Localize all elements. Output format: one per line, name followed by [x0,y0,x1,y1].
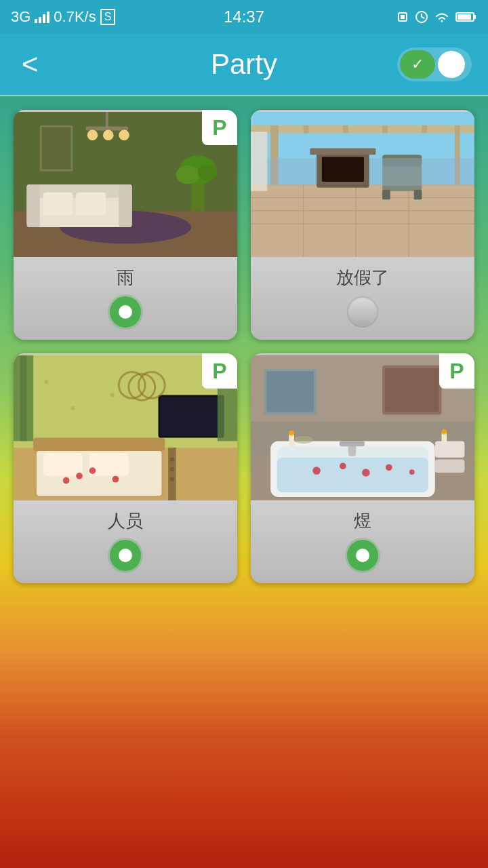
svg-rect-104 [441,433,447,445]
svg-rect-101 [435,460,465,473]
scene-label-cook: 煜 [354,509,371,533]
svg-point-58 [110,393,115,397]
svg-point-25 [103,130,114,140]
svg-rect-92 [277,458,428,492]
svg-rect-16 [43,193,73,216]
status-bar: 3G 0.7K/s S 14:37 [0,0,488,34]
status-right [396,10,477,24]
svg-rect-53 [310,149,375,155]
scene-toggle-cook[interactable] [347,540,378,571]
svg-point-68 [113,476,119,483]
data-speed: 0.7K/s [54,8,96,26]
p-badge-text-cook: P [449,359,464,384]
svg-point-59 [70,406,75,410]
scene-image-vacation [251,110,474,259]
master-toggle[interactable]: ✓ [397,47,472,81]
svg-rect-72 [168,448,176,500]
svg-rect-15 [119,184,131,227]
scene-card-personnel[interactable]: P 人员 [14,353,237,583]
scene-image-personnel: P [14,353,237,502]
svg-point-24 [87,130,98,140]
wifi-icon [434,10,450,24]
svg-rect-33 [304,125,309,134]
svg-rect-14 [26,184,39,227]
network-label: 3G [11,8,30,26]
svg-rect-50 [251,132,267,191]
svg-rect-62 [33,438,165,451]
svg-rect-75 [170,477,174,481]
p-badge-text-rain: P [212,115,226,140]
svg-rect-6 [474,15,476,19]
svg-point-66 [63,477,70,484]
svg-rect-80 [20,355,27,441]
scene-card-cook[interactable]: P 煜 [251,353,474,583]
svg-rect-28 [42,127,71,170]
svg-point-57 [45,380,49,384]
scene-image-rain: P [14,110,237,259]
status-time: 14:37 [224,7,264,26]
svg-rect-74 [170,467,174,471]
svg-line-4 [422,17,424,18]
svg-point-20 [176,165,200,184]
svg-point-106 [293,436,313,444]
svg-rect-100 [435,441,465,457]
scene-grid: P 雨 [0,96,488,597]
p-badge-cook: P [439,353,474,389]
svg-rect-64 [43,453,83,476]
svg-rect-89 [385,368,439,412]
scene-toggle-personnel[interactable] [110,540,141,571]
svg-point-67 [89,467,96,474]
svg-rect-38 [251,184,474,257]
svg-rect-22 [106,112,108,128]
svg-rect-35 [382,125,388,134]
vibrate-icon [396,10,409,24]
svg-rect-73 [170,458,174,462]
clock-icon [415,10,428,24]
scene-card-vacation[interactable]: 放假了 [251,110,474,340]
page-title: Party [211,48,277,81]
svg-rect-102 [289,435,294,446]
svg-point-69 [76,473,83,479]
svg-rect-52 [322,157,364,182]
svg-point-105 [441,429,447,435]
svg-rect-7 [458,14,471,20]
svg-point-97 [409,469,415,475]
back-button[interactable]: < [16,45,44,84]
scene-label-vacation: 放假了 [336,266,389,290]
header-divider [0,95,488,96]
toggle-circle [438,51,465,78]
scene-toggle-vacation[interactable] [347,296,378,328]
status-left: 3G 0.7K/s S [11,8,115,26]
svg-point-21 [198,165,218,180]
svg-rect-31 [251,125,474,134]
scene-card-rain[interactable]: P 雨 [14,110,237,340]
svg-rect-87 [266,372,314,412]
p-badge-personnel: P [202,353,237,389]
toggle-checkmark: ✓ [411,56,424,73]
scene-svg-vacation [251,110,474,259]
svg-rect-36 [422,125,427,134]
svg-rect-99 [340,441,365,446]
scene-label-rain: 雨 [117,266,134,290]
svg-point-96 [386,464,392,471]
battery-icon [455,10,477,24]
signal-bars [35,11,49,23]
p-badge-rain: P [202,110,237,145]
svg-rect-71 [160,397,222,435]
storage-icon: S [100,9,116,25]
scene-image-cook: P [251,353,474,502]
svg-rect-17 [76,193,106,216]
svg-point-94 [340,462,346,469]
scene-toggle-rain[interactable] [110,296,141,328]
svg-rect-1 [401,15,405,19]
header: < Party ✓ [0,34,488,95]
svg-point-26 [119,130,129,140]
svg-rect-48 [414,190,422,200]
p-badge-text-personnel: P [212,359,226,384]
svg-rect-47 [382,190,390,200]
scene-label-personnel: 人员 [108,509,143,533]
toggle-check-area: ✓ [400,50,435,79]
svg-point-95 [362,469,370,477]
svg-point-93 [312,467,321,475]
svg-rect-34 [343,125,348,134]
